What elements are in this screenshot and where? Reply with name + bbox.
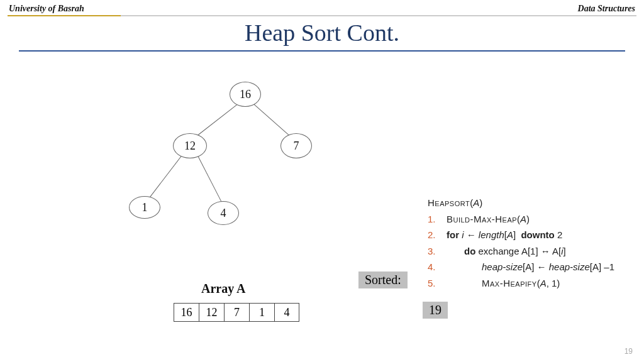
sorted-label: Sorted:	[358, 272, 408, 288]
pseudocode-line: 4.heap-size[A] ← heap-size[A] –1	[428, 259, 614, 275]
pseudocode-line: 1.Build-Max-Heap(A)	[428, 211, 614, 228]
pseudocode-procname: Heapsort(A)	[428, 195, 614, 211]
array-cell: 12	[199, 303, 224, 322]
header-right: Data Structures	[578, 4, 635, 14]
array-cells: 1612714	[174, 303, 299, 322]
pseudocode-line: 5.Max-Heapify(A, 1)	[428, 275, 614, 292]
array-cell: 4	[274, 303, 299, 322]
tree-node: 12	[173, 133, 207, 158]
pseudocode-line: 3.do exchange A[1] ↔ A[i]	[428, 243, 614, 260]
tree-edge	[148, 156, 182, 199]
header-left: University of Basrah	[9, 4, 84, 14]
title-rule	[19, 50, 625, 52]
array-cell: 1	[249, 303, 274, 322]
tree-node: 4	[208, 201, 239, 225]
array-label: Array A	[201, 282, 246, 296]
header-rule	[8, 15, 636, 16]
tree-edge	[253, 103, 291, 137]
array-cell: 16	[174, 303, 199, 322]
tree-edge	[197, 156, 222, 202]
page-number: 19	[625, 347, 633, 356]
slide-title: Heap Sort Cont.	[0, 19, 644, 47]
tree-node: 16	[230, 82, 261, 107]
tree-node: 7	[280, 133, 312, 158]
array-cell: 7	[224, 303, 249, 322]
heap-tree-diagram: 1612714	[113, 75, 340, 239]
tree-node: 1	[129, 196, 160, 219]
tree-edge	[195, 104, 238, 138]
slide-header: University of Basrah Data Structures	[0, 0, 644, 15]
pseudocode-line: 2.for i ← length[A] downto 2	[428, 227, 614, 243]
step-number-badge: 19	[423, 302, 448, 319]
pseudocode-block: Heapsort(A)1.Build-Max-Heap(A)2.for i ← …	[428, 195, 614, 291]
